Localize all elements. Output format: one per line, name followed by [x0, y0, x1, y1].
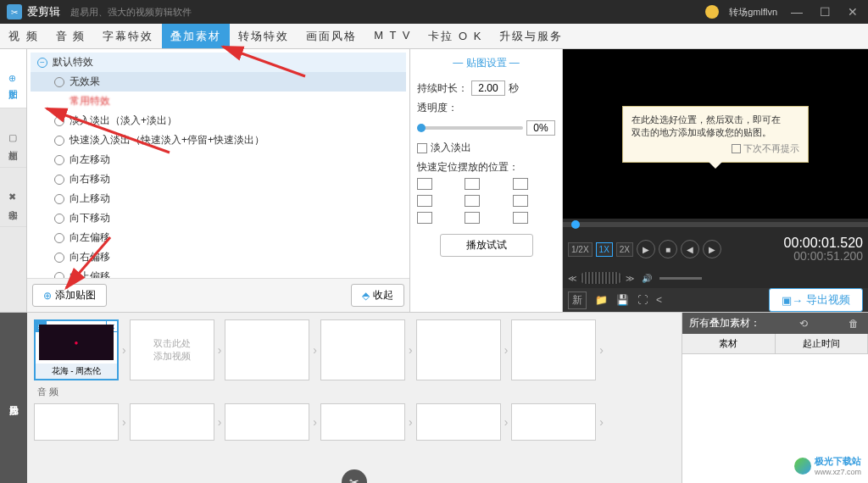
titlebar: ✂ 爱剪辑 超易用、强大的视频剪辑软件 转场gmlflvn — ☐ ✕: [0, 0, 868, 24]
opacity-value[interactable]: [526, 120, 555, 136]
tab-overlay[interactable]: 叠加素材: [162, 24, 230, 48]
audio-slot[interactable]: [320, 403, 405, 441]
pos-mc[interactable]: [465, 195, 480, 207]
preview-panel: 在此处选好位置，然后双击，即可在 双击的地方添加或修改您的贴图。 下次不再提示 …: [563, 49, 868, 312]
sticker-settings-panel: — 贴图设置 — 持续时长：秒 透明度： 淡入淡出 快速定位摆放的位置： 播放试…: [410, 49, 563, 312]
site-logo-icon: [794, 458, 811, 475]
close-button[interactable]: ✕: [844, 5, 861, 19]
sidebar-add-sticker[interactable]: ⊕加贴图: [0, 49, 26, 108]
app-logo-icon: ✂: [7, 4, 22, 19]
fade-checkbox[interactable]: [417, 143, 427, 153]
materials-header: 所有叠加素材：: [689, 316, 760, 330]
fullscreen-icon[interactable]: ⛶: [637, 294, 648, 306]
pos-tl[interactable]: [417, 178, 432, 190]
effect-row[interactable]: 向下移动: [31, 208, 406, 228]
audio-slot[interactable]: [225, 403, 309, 441]
effects-panel: −默认特效 无效果 常用特效 淡入淡出（淡入+淡出） 快速淡入淡出（快速淡入+停…: [27, 49, 410, 312]
tab-upgrade[interactable]: 升级与服务: [491, 24, 571, 48]
effects-group-header[interactable]: −默认特效: [31, 53, 406, 72]
add-sticker-button[interactable]: ⊕添加贴图: [32, 284, 107, 307]
playback-controls: 1/2X 1X 2X ▶ ■ ◀ ▶ 00:00:01.520 00:00:51…: [563, 230, 868, 268]
open-icon[interactable]: 📁: [595, 294, 608, 306]
maximize-button[interactable]: ☐: [816, 5, 834, 19]
audio-track-label: 音 频: [34, 386, 675, 398]
share-icon[interactable]: <: [656, 294, 662, 306]
volume-slider[interactable]: [659, 277, 702, 280]
save-icon[interactable]: 💾: [616, 294, 629, 306]
user-avatar-icon[interactable]: [705, 5, 719, 19]
cut-button[interactable]: ✂: [342, 469, 367, 483]
tab-karaoke[interactable]: 卡拉 O K: [420, 24, 491, 48]
effect-row[interactable]: 无效果: [31, 72, 406, 92]
tab-subtitle[interactable]: 字幕特效: [94, 24, 162, 48]
position-grid: [417, 178, 555, 224]
export-icon: ▣→: [782, 294, 803, 307]
col-material: 素材: [682, 334, 776, 353]
arrow-icon: ›: [122, 343, 126, 357]
duration-input[interactable]: [471, 80, 505, 96]
audio-slot[interactable]: [34, 403, 119, 441]
dont-show-checkbox[interactable]: [732, 144, 741, 153]
video-slot[interactable]: [511, 319, 596, 380]
add-video-slot[interactable]: 双击此处 添加视频: [130, 319, 214, 380]
seek-bar[interactable]: [563, 219, 868, 230]
effect-row[interactable]: 向右偏移: [31, 247, 406, 267]
stop-button[interactable]: ■: [659, 240, 677, 258]
pos-ml[interactable]: [417, 195, 432, 207]
pos-br[interactable]: [513, 212, 528, 224]
collapse-icon: ⬘: [362, 290, 370, 302]
play-test-button[interactable]: 播放试试: [440, 234, 533, 257]
tab-audio[interactable]: 音 频: [47, 24, 95, 48]
speed-1x[interactable]: 1X: [596, 242, 613, 257]
user-name[interactable]: 转场gmlflvn: [729, 6, 777, 19]
video-slot[interactable]: [416, 319, 501, 380]
sidebar-add-frame[interactable]: ▢加相框: [0, 108, 26, 168]
tab-video[interactable]: 视 频: [0, 24, 47, 48]
export-video-button[interactable]: ▣→导出视频: [769, 288, 863, 312]
minimize-button[interactable]: —: [787, 5, 806, 19]
tab-mtv[interactable]: M T V: [365, 24, 420, 48]
quickpos-label: 快速定位摆放的位置：: [417, 160, 555, 175]
effect-row[interactable]: 向左偏移: [31, 228, 406, 247]
audio-slot[interactable]: [511, 403, 596, 441]
effect-row[interactable]: 向左移动: [31, 150, 406, 169]
video-slot[interactable]: [320, 319, 405, 380]
audio-slot[interactable]: [416, 403, 501, 441]
hint-tooltip: 在此处选好位置，然后双击，即可在 双击的地方添加或修改您的贴图。 下次不再提示: [622, 106, 809, 163]
tab-style[interactable]: 画面风格: [298, 24, 365, 48]
delete-icon[interactable]: 🗑: [846, 318, 861, 330]
collapse-button[interactable]: ⬘收起: [351, 284, 404, 307]
pos-mr[interactable]: [513, 195, 528, 207]
timeline-side-label: 已添加片段: [0, 313, 27, 483]
opacity-slider[interactable]: [417, 126, 523, 130]
effect-row[interactable]: 常用特效: [31, 92, 406, 111]
refresh-icon[interactable]: ⟲: [797, 318, 810, 330]
effect-row[interactable]: 淡入淡出（淡入+淡出）: [31, 111, 406, 130]
volume-icon[interactable]: 🔊: [637, 269, 656, 287]
timeline: 已添加片段 ≡ ✕ ● 花海 - 周杰伦 › 双击此处 添加视频 › › › ›…: [0, 312, 868, 483]
next-frame-button[interactable]: ▶: [703, 240, 721, 258]
video-slot[interactable]: [225, 319, 309, 380]
pos-tc[interactable]: [465, 178, 480, 190]
app-subtitle: 超易用、强大的视频剪辑软件: [70, 6, 192, 19]
pos-bc[interactable]: [465, 212, 480, 224]
effect-row[interactable]: 向上移动: [31, 189, 406, 208]
effect-row[interactable]: 向右移动: [31, 169, 406, 189]
sidebar-remove-watermark[interactable]: ✖去水印: [0, 168, 26, 227]
pos-bl[interactable]: [417, 212, 432, 224]
col-time: 起止时间: [776, 334, 869, 353]
speed-half[interactable]: 1/2X: [568, 242, 593, 257]
prev-frame-button[interactable]: ◀: [681, 240, 699, 258]
speed-2x[interactable]: 2X: [616, 242, 633, 257]
preview-video-area[interactable]: 在此处选好位置，然后双击，即可在 双击的地方添加或修改您的贴图。 下次不再提示: [563, 49, 868, 219]
play-button[interactable]: ▶: [637, 240, 655, 258]
new-button[interactable]: 新: [568, 291, 587, 309]
jog-wheel[interactable]: [580, 272, 622, 284]
effect-row[interactable]: 快速淡入淡出（快速淡入+停留+快速淡出）: [31, 130, 406, 150]
video-clip-1[interactable]: ≡ ✕ ● 花海 - 周杰伦: [34, 319, 119, 380]
audio-slot[interactable]: [130, 403, 214, 441]
effect-row[interactable]: 向上偏移: [31, 267, 406, 278]
timecode: 00:00:01.520 00:00:51.200: [784, 236, 863, 264]
pos-tr[interactable]: [513, 178, 528, 190]
tab-transition[interactable]: 转场特效: [230, 24, 298, 48]
